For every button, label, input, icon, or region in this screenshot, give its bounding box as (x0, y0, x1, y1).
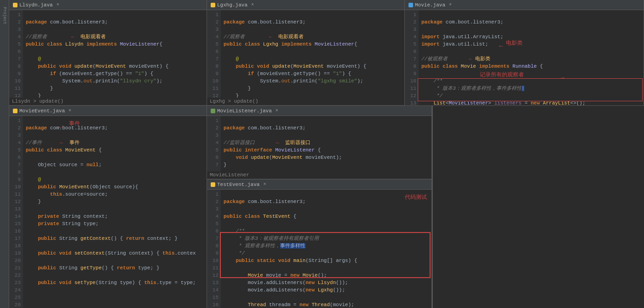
code-content-lgxhg[interactable]: package com.boot.listener3; //观察者 ← 电影观看… (221, 10, 404, 98)
panel-lgxhg: Lgxhg.java × 123456789101112 package com… (207, 0, 405, 105)
tab-label-lgxhg: Lgxhg.java (217, 2, 247, 8)
breadcrumb-lgxhg: Lgxhg > update() (207, 98, 404, 105)
tab-close-movie[interactable]: × (449, 2, 452, 7)
panel-llsydn: Llsydn.java × 123456789101112 package co… (9, 0, 207, 105)
code-content-llsydn[interactable]: package com.boot.listener3; //观察者 ← 电影观看… (23, 10, 207, 98)
panel-movieevent: MovieEvent.java × 1234567891011121314151… (9, 106, 207, 308)
tab-close-lgxhg[interactable]: × (251, 2, 254, 7)
main-area: Llsydn.java × 123456789101112 package co… (9, 0, 644, 308)
tab-icon-movieevent (13, 109, 17, 113)
tab-movielistener[interactable]: MovieListener.java × (207, 106, 431, 116)
code-content-testevent[interactable]: package com.boot.listener3; public class… (221, 190, 431, 308)
tab-label-movieevent: MovieEvent.java (19, 108, 65, 114)
tab-icon-testevent (211, 182, 215, 187)
tab-icon-lgxhg (211, 3, 215, 7)
panel-testevent: TestEvent.java × 12345678910111213141516… (207, 180, 432, 308)
code-area-movielistener[interactable]: 1234567 package com.boot.listener3; //监听… (207, 116, 431, 171)
panel-mid-stack: MovieListener.java × 1234567 package com… (207, 106, 432, 308)
line-numbers-movielistener: 1234567 (207, 116, 221, 171)
line-numbers-movie: 1234567891011121314151617181920212223242… (405, 10, 419, 105)
tab-icon-movie (408, 3, 413, 7)
tab-lgxhg[interactable]: Lgxhg.java × (207, 0, 404, 10)
line-numbers-llsydn: 123456789101112 (9, 10, 23, 98)
panel-movielistener: MovieListener.java × 1234567 package com… (207, 106, 432, 180)
tab-movie[interactable]: Movie.java × (405, 0, 644, 10)
tab-testevent[interactable]: TestEvent.java × (207, 180, 431, 190)
tab-close-movielistener[interactable]: × (276, 108, 278, 113)
tab-close-movieevent[interactable]: × (69, 108, 71, 113)
tab-close-testevent[interactable]: × (263, 182, 266, 187)
panel-movie: Movie.java × 123456789101112131415161718… (405, 0, 644, 105)
tab-llsydn[interactable]: Llsydn.java × (9, 0, 207, 10)
sidebar: Project (0, 0, 9, 308)
line-numbers-movieevent: 1234567891011121314151617181920212223242… (9, 116, 23, 308)
code-area-movieevent[interactable]: 1234567891011121314151617181920212223242… (9, 116, 207, 308)
editor-top-row: Llsydn.java × 123456789101112 package co… (9, 0, 644, 106)
breadcrumb-llsydn: Llsydn > update() (9, 98, 207, 105)
tab-icon-llsydn (13, 3, 17, 7)
tab-label-movielistener: MovieListener.java (217, 108, 272, 114)
code-content-movielistener[interactable]: package com.boot.listener3; //监听器接口 ← 监听… (221, 116, 431, 171)
tab-label-testevent: TestEvent.java (217, 182, 259, 187)
tab-movieevent[interactable]: MovieEvent.java × (9, 106, 207, 116)
code-area-movie[interactable]: 1234567891011121314151617181920212223242… (405, 10, 644, 105)
breadcrumb-movielistener: MovieListener (207, 171, 431, 179)
code-area-llsydn: 123456789101112 package com.boot.listene… (9, 10, 207, 98)
tab-label-movie: Movie.java (415, 2, 445, 8)
tab-icon-movielistener (211, 109, 215, 113)
tab-label-llsydn: Llsydn.java (19, 2, 53, 8)
code-area-testevent[interactable]: 12345678910111213141516171819 package co… (207, 190, 431, 308)
tab-close-llsydn[interactable]: × (57, 2, 59, 7)
code-content-movieevent[interactable]: package com.boot.listener3; //事件 ← 事件 pu… (23, 116, 207, 308)
editor-bottom-row: MovieEvent.java × 1234567891011121314151… (9, 106, 644, 308)
right-filler (432, 106, 644, 308)
code-area-lgxhg: 123456789101112 package com.boot.listene… (207, 10, 404, 98)
code-content-movie[interactable]: package com.boot.listener3; import java.… (419, 10, 644, 105)
line-numbers-testevent: 12345678910111213141516171819 (207, 190, 221, 308)
line-numbers-lgxhg: 123456789101112 (207, 10, 221, 98)
sidebar-project-label[interactable]: Project (2, 7, 7, 24)
